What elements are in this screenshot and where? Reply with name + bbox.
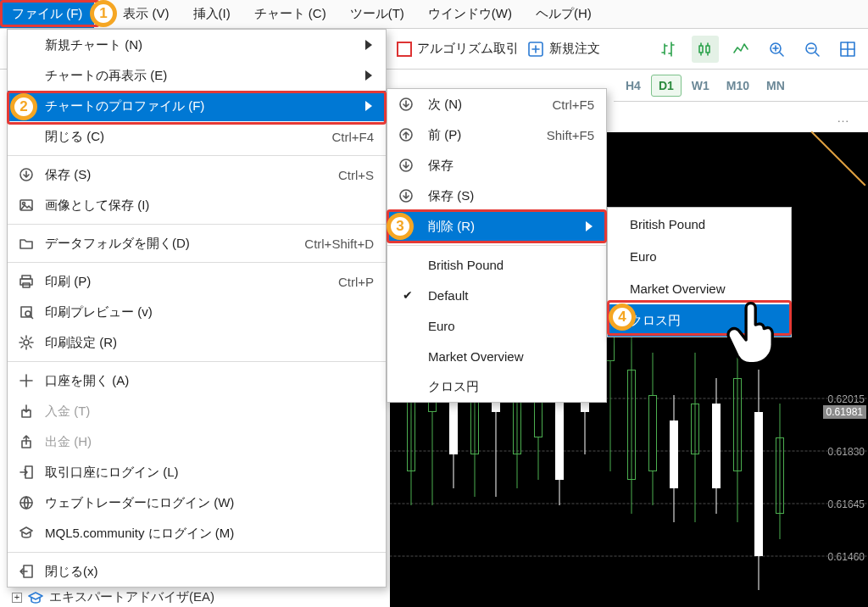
algo-trading-toggle[interactable]: アルゴリズム取引 bbox=[397, 41, 519, 57]
file-menu-item[interactable]: 印刷 (P)Ctrl+P bbox=[8, 266, 386, 297]
chart-type-bar-button[interactable] bbox=[656, 36, 683, 63]
menu-item-shortcut: Shift+F5 bbox=[513, 128, 594, 142]
none-icon bbox=[18, 128, 35, 145]
tf-d1[interactable]: D1 bbox=[651, 75, 682, 97]
file-menu-item[interactable]: 新規チャート (N) bbox=[8, 30, 386, 60]
menu-item-label: 出金 (H) bbox=[45, 434, 92, 450]
chart-type-line-button[interactable] bbox=[727, 36, 754, 63]
file-menu-item[interactable]: 印刷プレビュー (v) bbox=[8, 297, 386, 327]
profile-submenu: 次 (N)Ctrl+F5前 (P)Shift+F5保存保存 (S)削除 (R)B… bbox=[387, 88, 607, 403]
file-menu-item[interactable]: データフォルダを開く(D)Ctrl+Shift+D bbox=[8, 228, 386, 259]
file-menu: 新規チャート (N)チャートの再表示 (E)チャートのプロファイル (F)閉じる… bbox=[7, 29, 387, 588]
profile-menu-item[interactable]: Euro bbox=[387, 310, 606, 341]
file-menu-item[interactable]: 閉じる(x) bbox=[8, 556, 386, 587]
timeframe-bar: H4 D1 W1 M10 MN bbox=[614, 70, 868, 102]
zoom-in-button[interactable] bbox=[763, 36, 790, 63]
profile-menu-item[interactable]: 削除 (R) bbox=[387, 211, 606, 242]
login-icon bbox=[18, 464, 35, 481]
file-menu-item: 入金 (T) bbox=[8, 396, 386, 426]
menu-file[interactable]: ファイル (F) bbox=[0, 0, 94, 28]
none-icon bbox=[18, 36, 35, 53]
file-menu-item[interactable]: 閉じる (C)Ctrl+F4 bbox=[8, 121, 386, 152]
svg-rect-16 bbox=[20, 279, 32, 285]
menu-item-label: 口座を開く (A) bbox=[45, 373, 129, 389]
blank-icon bbox=[398, 317, 415, 334]
menu-chart[interactable]: チャート (C) bbox=[242, 0, 338, 28]
menu-item-label: 画像として保存 (I) bbox=[45, 198, 149, 214]
profile-menu-item[interactable]: 保存 (S) bbox=[387, 181, 606, 211]
delete-menu-item[interactable]: Euro bbox=[608, 240, 791, 272]
menu-item-label: 印刷 (P) bbox=[45, 274, 91, 290]
menu-item-label: 前 (P) bbox=[428, 127, 461, 143]
tree-item-ea[interactable]: + エキスパートアドバイザ(EA) bbox=[12, 589, 214, 605]
preview-icon bbox=[18, 304, 35, 320]
chart-type-candle-button[interactable] bbox=[692, 36, 719, 63]
svg-point-14 bbox=[23, 203, 25, 205]
profile-menu-item[interactable]: 前 (P)Shift+F5 bbox=[387, 120, 606, 150]
menu-insert[interactable]: 挿入(I) bbox=[181, 0, 242, 28]
annotation-badge-4: 4 bbox=[609, 304, 636, 331]
graduation-cap-icon bbox=[27, 591, 44, 604]
blank-icon bbox=[398, 348, 415, 365]
expand-icon[interactable]: + bbox=[12, 593, 22, 603]
file-menu-item[interactable]: 画像として保存 (I) bbox=[8, 190, 386, 220]
none-icon bbox=[18, 67, 35, 84]
profile-menu-item[interactable]: Market Overview bbox=[387, 341, 606, 371]
tf-m10[interactable]: M10 bbox=[720, 75, 756, 96]
menu-item-label: Market Overview bbox=[630, 281, 726, 296]
menu-item-label: 閉じる(x) bbox=[45, 564, 98, 580]
file-menu-item[interactable]: 印刷設定 (R) bbox=[8, 327, 386, 358]
submenu-arrow-icon bbox=[365, 99, 374, 114]
svg-rect-2 bbox=[706, 46, 709, 53]
close-icon bbox=[18, 563, 35, 580]
annotation-badge-2: 2 bbox=[10, 93, 37, 120]
menu-item-label: 閉じる (C) bbox=[45, 129, 104, 145]
tf-w1[interactable]: W1 bbox=[685, 75, 716, 96]
zoom-out-button[interactable] bbox=[798, 36, 826, 63]
menu-window[interactable]: ウインドウ(W) bbox=[416, 0, 524, 28]
profile-menu-item[interactable]: Default bbox=[387, 280, 606, 310]
menu-item-label: クロス円 bbox=[630, 313, 681, 329]
menu-item-shortcut: Ctrl+S bbox=[304, 168, 374, 182]
tf-mn[interactable]: MN bbox=[760, 75, 792, 96]
file-menu-item[interactable]: 保存 (S)Ctrl+S bbox=[8, 159, 386, 190]
submenu-arrow-icon bbox=[365, 69, 374, 83]
up-icon bbox=[398, 126, 415, 143]
menu-item-label: 保存 (S) bbox=[45, 167, 91, 183]
new-order-button[interactable]: 新規注文 bbox=[527, 41, 600, 58]
delete-menu-item[interactable]: British Pound bbox=[608, 208, 791, 240]
profile-menu-item[interactable]: 次 (N)Ctrl+F5 bbox=[387, 89, 606, 120]
profile-menu-item[interactable]: クロス円 bbox=[387, 371, 606, 402]
file-menu-item[interactable]: ウェブトレーダーにログイン (W) bbox=[8, 487, 386, 518]
menu-item-shortcut: Ctrl+F5 bbox=[518, 97, 594, 112]
menu-item-label: ウェブトレーダーにログイン (W) bbox=[45, 495, 234, 511]
menu-tools[interactable]: ツール(T) bbox=[338, 0, 416, 28]
grid-button[interactable] bbox=[834, 36, 861, 63]
community-icon bbox=[18, 525, 35, 542]
menu-help[interactable]: ヘルプ(H) bbox=[524, 0, 604, 28]
folder-icon bbox=[18, 235, 35, 252]
file-menu-item[interactable]: 取引口座にログイン (L) bbox=[8, 457, 386, 487]
file-menu-item[interactable]: 口座を開く (A) bbox=[8, 365, 386, 396]
menubar: ファイル (F) 表示 (V) 挿入(I) チャート (C) ツール(T) ウイ… bbox=[0, 0, 868, 29]
file-menu-item[interactable]: チャートの再表示 (E) bbox=[8, 60, 386, 91]
menu-item-shortcut: Ctrl+Shift+D bbox=[270, 237, 374, 251]
menu-item-label: Euro bbox=[428, 319, 455, 333]
tf-h4[interactable]: H4 bbox=[619, 75, 648, 96]
file-menu-item[interactable]: MQL5.community にログイン (M) bbox=[8, 518, 386, 549]
file-menu-item[interactable]: チャートのプロファイル (F) bbox=[8, 91, 386, 121]
profile-menu-item[interactable]: 保存 bbox=[387, 150, 606, 181]
menu-item-label: チャートの再表示 (E) bbox=[45, 68, 167, 84]
withdraw-icon bbox=[18, 433, 35, 450]
blank-icon bbox=[398, 287, 415, 304]
algo-trading-label: アルゴリズム取引 bbox=[417, 41, 519, 57]
image-icon bbox=[18, 197, 35, 214]
profile-menu-item[interactable]: British Pound bbox=[387, 249, 606, 280]
menu-item-label: クロス円 bbox=[428, 379, 479, 395]
menu-item-label: 新規チャート (N) bbox=[45, 37, 142, 53]
hand-cursor-icon bbox=[724, 298, 783, 366]
download-icon bbox=[398, 157, 415, 174]
menu-item-label: 印刷プレビュー (v) bbox=[45, 304, 153, 320]
printer-icon bbox=[18, 273, 35, 290]
stop-icon bbox=[397, 42, 412, 57]
